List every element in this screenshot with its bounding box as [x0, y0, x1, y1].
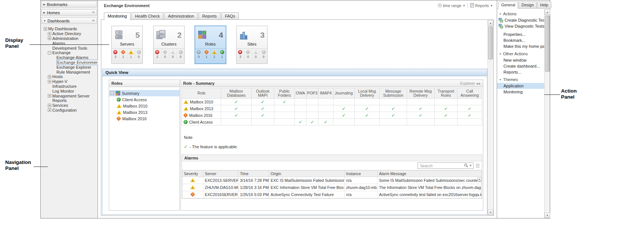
scroll-down-icon[interactable]: ▼ — [545, 212, 550, 218]
alarms-col-server[interactable]: Server — [203, 171, 238, 177]
nav-item-active-directory[interactable]: +Active Directory — [41, 31, 98, 36]
summary-col-call-answering[interactable]: Call Answering — [457, 88, 482, 99]
roles-tree-item-mailbox-2010[interactable]: Mailbox 2010 — [109, 103, 179, 109]
search-icon[interactable] — [464, 163, 468, 168]
summary-col-pop3[interactable]: POP3 — [306, 88, 318, 99]
nav-item-exchange[interactable]: −Exchange — [41, 50, 98, 55]
nav-item-exchange-alarms[interactable]: Exchange Alarms — [41, 55, 98, 60]
nav-item-development-tools[interactable]: Development Tools — [41, 46, 98, 50]
summary-col-journaling[interactable]: Journaling — [333, 88, 354, 99]
summary-col-remote-msg-delivery[interactable]: Remote Msg Delivery — [407, 88, 434, 99]
expand-icon[interactable]: + — [48, 104, 51, 107]
alarms-col-alarm-message[interactable]: Alarm Message — [378, 171, 482, 177]
nav-item-hyper-v[interactable]: +Hyper-V — [41, 79, 98, 84]
summary-col-mailbox-databases[interactable]: Mailbox Databases — [221, 88, 252, 99]
alarm-row[interactable]: ZHUVM-DAG10-MB21/28/16 3:16 PMEXC Inform… — [182, 184, 482, 191]
summary-row-client-access[interactable]: Client Access✓✓✓ — [182, 119, 482, 125]
expand-icon[interactable]: + — [48, 37, 51, 40]
tile-roles[interactable]: 4Roles0121 — [195, 26, 226, 64]
nav-item-hosts[interactable]: +Hosts — [41, 74, 98, 79]
scrollbar-thumb[interactable] — [488, 27, 493, 59]
summary-col-role[interactable]: Role — [182, 88, 221, 99]
summary-row-mailbox-2013[interactable]: Mailbox 2013✓✓✓✓✓✓✓✓ — [182, 105, 482, 112]
summary-row-mailbox-2010[interactable]: Mailbox 2010✓✓✓ — [182, 99, 482, 105]
reports-control[interactable]: Reports ▼ — [470, 3, 493, 8]
section-header-other-actions[interactable]: ▼Other Actions — [497, 49, 545, 57]
expand-icon[interactable]: + — [48, 80, 51, 83]
alarms-col-severity[interactable]: Severity — [182, 171, 203, 177]
nav-item-services[interactable]: +Services — [41, 103, 98, 108]
main-scrollbar[interactable]: ▲ ▼ — [487, 20, 493, 215]
scrollbar-thumb[interactable] — [545, 16, 550, 72]
alarm-row[interactable]: EXC2013-SERVER3/14/16 7:28 PMEXC IS Mail… — [182, 177, 482, 184]
nav-item-configuration[interactable]: +Configuration — [41, 108, 98, 113]
expand-icon[interactable]: + — [48, 32, 51, 35]
action-panel-scrollbar[interactable]: ▲ ▼ — [544, 9, 550, 218]
action-item-bookmark[interactable]: Bookmark... — [497, 37, 545, 43]
roles-tree-item-mailbox-2016[interactable]: Mailbox 2016 — [109, 115, 179, 122]
roles-tree-item-summary[interactable]: −Summary — [109, 90, 179, 96]
action-item-properties[interactable]: Properties... — [497, 31, 545, 37]
nav-item-exchange-explorer[interactable]: Exchange Explorer — [41, 65, 98, 69]
nav-section-homes[interactable]: ▶Homes — [41, 9, 97, 16]
action-item-create-dashboard[interactable]: Create dashboard... — [497, 63, 545, 69]
tile-servers[interactable]: 5Servers3110 — [111, 26, 143, 64]
action-item-create-diagnostic-test[interactable]: Create Diagnostic Test... — [497, 17, 545, 23]
explorer-link[interactable]: Explorer ▸▸ — [460, 81, 481, 87]
summary-col-outlook-mapi[interactable]: Outlook MAPI — [251, 88, 274, 99]
search-input[interactable] — [419, 163, 463, 168]
expand-icon[interactable]: + — [44, 27, 47, 31]
chevron-down-icon[interactable]: ▼ — [469, 164, 472, 167]
section-header-themes[interactable]: ▼Themes — [497, 75, 545, 83]
action-item-new-window[interactable]: New window — [497, 57, 545, 63]
summary-col-transport-rules[interactable]: Transport Rules — [435, 88, 457, 99]
nav-item-administration[interactable]: +Administration — [41, 36, 98, 41]
action-item-reports[interactable]: Reports... — [497, 69, 545, 75]
nav-item-log-monitor[interactable]: Log Monitor — [41, 89, 98, 93]
tab-monitoring[interactable]: Monitoring — [104, 12, 130, 20]
nav-item-alarms[interactable]: Alarms — [41, 41, 98, 46]
collapse-icon[interactable]: − — [48, 51, 51, 55]
filter-icon[interactable] — [92, 20, 95, 22]
alarms-scroll-up-icon[interactable]: ▲ — [477, 177, 481, 181]
action-item-view-diagnostic-tests[interactable]: View Diagnostic Tests — [497, 23, 545, 29]
section-header-actions[interactable]: ▼Actions — [497, 9, 545, 17]
tab-health-check[interactable]: Health Check — [131, 12, 163, 19]
expand-icon[interactable]: + — [48, 94, 51, 97]
nav-item-my-dashboards[interactable]: +My Dashboards — [41, 27, 98, 31]
summary-col-owa[interactable]: OWA — [295, 88, 306, 99]
tile-clusters[interactable]: 2Clusters2000 — [153, 26, 185, 64]
alarm-row[interactable]: EXC2016SERVER1/25/16 5:03 PMActiveSync C… — [182, 191, 482, 198]
action-tab-general[interactable]: General — [498, 1, 518, 9]
table-options-icon[interactable] — [476, 164, 480, 167]
nav-item-exchange-environment[interactable]: Exchange Environment — [41, 60, 98, 65]
filter-icon[interactable] — [92, 12, 95, 13]
alarms-col-time[interactable]: Time — [238, 171, 269, 177]
nav-item-infrastructure[interactable]: Infrastructure — [41, 84, 98, 89]
action-item-make-this-my-home-page[interactable]: Make this my home page — [497, 43, 545, 49]
summary-col-imap4[interactable]: IMAP4 — [318, 88, 333, 99]
time-range-control[interactable]: time range ▼ — [438, 3, 466, 8]
summary-col-public-folders[interactable]: Public Folders — [274, 88, 295, 99]
alarms-col-origin[interactable]: Origin — [269, 171, 345, 177]
summary-col-local-msg-delivery[interactable]: Local Msg Delivery — [354, 88, 380, 99]
nav-item-rule-management[interactable]: Rule Management — [41, 69, 98, 74]
action-tab-help[interactable]: Help — [537, 1, 551, 8]
tile-sites[interactable]: 3Sites3000 — [236, 26, 268, 64]
nav-item-management-server[interactable]: +Management Server — [41, 93, 98, 98]
summary-row-mailbox-2016[interactable]: Mailbox 2016✓✓✓✓✓✓✓✓ — [182, 112, 482, 119]
expand-icon[interactable]: + — [48, 75, 51, 78]
expand-icon[interactable]: + — [48, 108, 51, 112]
collapse-icon[interactable]: − — [111, 91, 114, 95]
roles-tree-item-client-access[interactable]: Client Access — [109, 96, 179, 103]
nav-section-bookmarks[interactable]: ▶Bookmarks — [41, 1, 97, 7]
summary-col-message-submission[interactable]: Message Submission — [380, 88, 407, 99]
scroll-up-icon[interactable]: ▲ — [488, 20, 493, 26]
tab-faqs[interactable]: FAQs — [221, 12, 239, 19]
roles-tree-item-mailbox-2013[interactable]: Mailbox 2013 — [109, 109, 179, 115]
scroll-up-icon[interactable]: ▲ — [545, 9, 550, 15]
tab-administration[interactable]: Administration — [164, 12, 198, 19]
alarms-col-instance[interactable]: Instance — [345, 171, 378, 177]
action-item-monitoring[interactable]: Monitoring — [497, 89, 545, 95]
nav-section-dashboards[interactable]: ▼Dashboards — [41, 18, 97, 24]
